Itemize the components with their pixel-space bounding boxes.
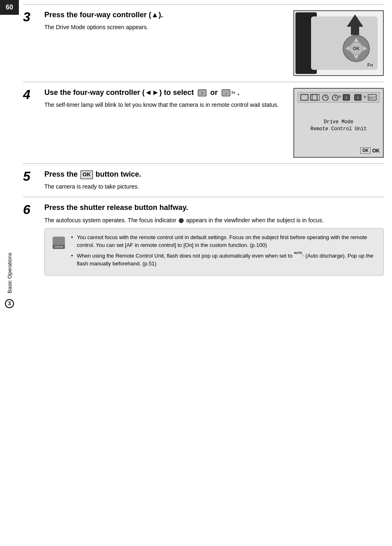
step-3-title: Press the four-way controller (▲). [44, 10, 285, 20]
memo-bullet-1-text: You cannot focus with the remote control… [77, 234, 367, 249]
step-5-content: Press the OK button twice. The camera is… [44, 170, 384, 191]
page-number: 60 [0, 0, 19, 15]
sidebar: 3 Basic Operations [0, 15, 19, 546]
svg-text:2s: 2s [339, 95, 341, 98]
single-frame-icon [300, 94, 309, 101]
focus-indicator [179, 218, 184, 223]
remote-3s-icon-selected: i 3s [354, 94, 367, 101]
drive-ok-row: OK OK [297, 147, 380, 154]
step-5-number: 5 [23, 170, 39, 183]
step-6: 6 Press the shutter release button halfw… [23, 197, 384, 275]
step-5-body: The camera is ready to take pictures. [44, 182, 384, 191]
step-4-content: Use the four-way controller (◄►) to sele… [44, 88, 285, 109]
step-6-body-2: appears in the viewfinder when the subje… [186, 217, 324, 223]
drive-mode-label-area: Drive Mode Remote Control Unit [311, 105, 367, 143]
step-6-body-1: The autofocus system operates. The focus… [44, 217, 176, 223]
step-5-title-prefix: Press the [44, 170, 78, 178]
sidebar-content: 3 Basic Operations [5, 253, 14, 308]
remote-icon-1: i [198, 89, 207, 97]
step-3-image: OK Fn [293, 10, 384, 76]
drive-ok-text: OK [372, 148, 380, 154]
drive-mode-diagram: 2s i i 3s BKT [293, 88, 384, 158]
drive-ok-box: OK [360, 147, 371, 154]
step-5-title: Press the OK button twice. [44, 170, 384, 179]
chapter-number: 3 [5, 299, 14, 308]
auto-discharge-icon: AUTO↑ [294, 252, 304, 259]
memo-icon-bottom: memo [53, 245, 65, 249]
self-timer-icon [321, 94, 330, 101]
memo-icon: memo [51, 234, 66, 249]
step-4-image: 2s i i 3s BKT [293, 88, 384, 158]
memo-content: You cannot focus with the remote control… [71, 233, 377, 270]
memo-bullet-2-text: When using the Remote Control Unit, flas… [77, 253, 293, 259]
remote-icon-2: i [221, 89, 231, 97]
svg-text:BKT: BKT [369, 96, 376, 100]
step-3-number: 3 [23, 10, 39, 23]
controller-diagram: OK Fn [293, 10, 384, 76]
continuous-icon [310, 94, 320, 101]
page-number-label: 60 [6, 4, 13, 11]
step-4-number: 4 [23, 88, 39, 101]
controller-svg: OK Fn [295, 12, 382, 74]
drive-mode-label: Drive Mode Remote Control Unit [311, 119, 367, 133]
svg-text:3s: 3s [363, 95, 366, 98]
svg-text:i: i [226, 92, 226, 95]
ok-button-inline: OK [81, 170, 93, 179]
step-4-body: The self-timer lamp will blink to let yo… [44, 101, 285, 109]
step-5-title-suffix: button twice. [96, 170, 141, 178]
main-content: 3 Press the four-way controller (▲). The… [23, 4, 384, 276]
remote-icon-selected: i [343, 94, 353, 101]
step-3: 3 Press the four-way controller (▲). The… [23, 4, 384, 76]
step-6-content: Press the shutter release button halfway… [44, 203, 384, 275]
memo-icon-top [53, 237, 65, 245]
step-6-number: 6 [23, 203, 39, 216]
bracket-icon: BKT [368, 94, 377, 101]
step-4: 4 Use the four-way controller (◄►) to se… [23, 82, 384, 158]
2s-icon: 2s [331, 94, 341, 101]
memo-item-2: When using the Remote Control Unit, flas… [71, 252, 377, 268]
svg-text:i: i [201, 91, 203, 95]
sidebar-text: Basic Operations [7, 253, 13, 293]
step-6-title: Press the shutter release button halfway… [44, 203, 384, 212]
svg-rect-16 [301, 94, 308, 100]
step-6-body: The autofocus system operates. The focus… [44, 216, 384, 225]
svg-rect-3 [351, 27, 359, 35]
memo-item-1: You cannot focus with the remote control… [71, 233, 377, 249]
memo-box: memo You cannot focus with the remote co… [44, 228, 384, 276]
svg-rect-18 [312, 94, 320, 100]
svg-text:OK: OK [353, 46, 360, 51]
step-3-content: Press the four-way controller (▲). The D… [44, 10, 285, 32]
step-5: 5 Press the OK button twice. The camera … [23, 164, 384, 191]
svg-text:Fn: Fn [367, 62, 373, 67]
svg-rect-17 [311, 94, 317, 100]
step-4-title: Use the four-way controller (◄►) to sele… [44, 88, 285, 97]
step-3-body: The Drive Mode options screen appears. [44, 23, 285, 32]
drive-icons-row: 2s i i 3s BKT [297, 92, 380, 103]
